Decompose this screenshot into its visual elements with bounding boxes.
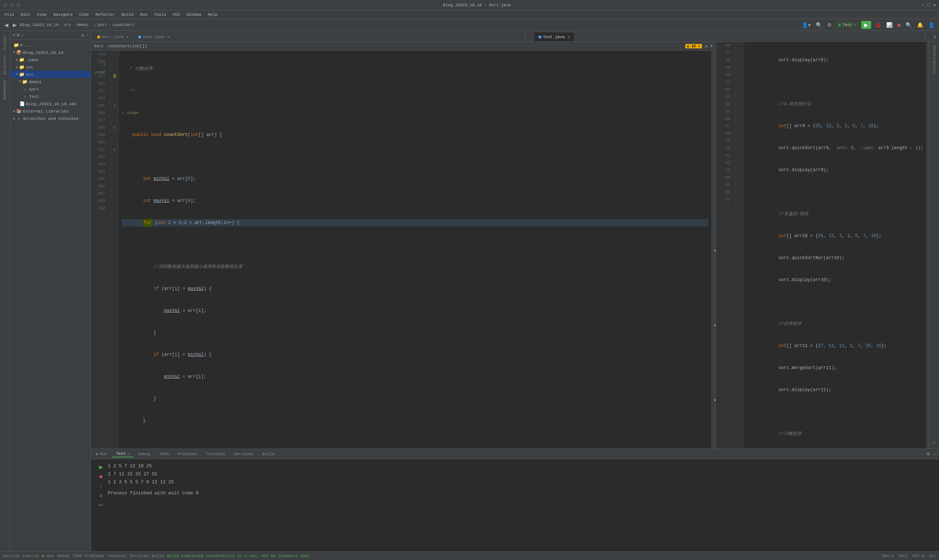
breadcrumb-project[interactable]: Blog_J2023_10_16 (20, 23, 59, 27)
nav-back-btn[interactable]: ◀ (3, 21, 10, 29)
terminal-collapse-btn[interactable]: — (933, 451, 937, 457)
menu-view[interactable]: View (34, 12, 49, 18)
structure-tab-btn[interactable]: Structure (2, 53, 8, 77)
notifications-tab[interactable]: Notifications (931, 43, 937, 76)
bottom-tab-todo[interactable]: TODO (156, 451, 173, 457)
menu-code[interactable]: Code (76, 12, 92, 18)
tree-item-iml[interactable]: 📄 Blog_J2023_10_16.iml (10, 100, 91, 108)
right-tabs-more[interactable]: ⋮ (920, 33, 931, 42)
right-code-scroll[interactable]: 4647484950 5152535455 5657585960 6162636… (716, 42, 929, 449)
tab-close-sort[interactable]: ✕ (126, 34, 129, 39)
breadcrumb-demo1[interactable]: demo1 (77, 23, 89, 27)
bottom-tab-terminal[interactable]: Terminal (202, 451, 229, 457)
warning-badge[interactable]: ▲ 15 ▾ (685, 44, 702, 48)
tree-item-scratches[interactable]: ▶ ✏ Scratches and Consoles (10, 115, 91, 122)
menu-help[interactable]: Help (205, 12, 220, 18)
sidebar-gear[interactable]: ⚙ (81, 32, 84, 38)
tab-sort-java[interactable]: Sort.java ✕ (93, 32, 134, 42)
menu-vcs[interactable]: VCS (170, 12, 183, 18)
menu-build[interactable]: Build (119, 12, 136, 18)
tree-item-idea[interactable]: ▶ 📁 .idea (10, 56, 91, 63)
status-crlf[interactable]: CRLF (898, 554, 908, 558)
project-tab-btn[interactable]: Project (2, 32, 8, 52)
menu-refactor[interactable]: Refactor (93, 12, 118, 18)
sidebar-icon-1[interactable]: ≡ (12, 32, 15, 38)
code-lines-right[interactable]: sort.display(arr8); //3.前后指针法 int [ (744, 42, 926, 449)
window-controls[interactable]: — □ ✕ (922, 2, 936, 8)
bottom-tab-debug[interactable]: Debug (135, 451, 154, 457)
status-services-label[interactable]: Services (130, 554, 149, 558)
nav-search2-btn[interactable]: 🔍 (904, 21, 913, 29)
left-pane-expand[interactable]: ▲ (705, 44, 708, 48)
sidebar-icon-2[interactable]: ⊞ (17, 32, 20, 38)
menu-window[interactable]: Window (184, 12, 204, 18)
menu-file[interactable]: File (2, 12, 17, 18)
maximize-btn[interactable]: □ (927, 2, 930, 8)
minimize-btn[interactable]: — (922, 2, 925, 8)
bc-sort[interactable]: Sort (94, 44, 103, 48)
terminal-scroll-end-btn[interactable]: ↓ (97, 482, 105, 490)
expand-arrow-scratches: ▶ (13, 117, 15, 121)
sidebar-icon-3[interactable]: ↕ (21, 32, 24, 38)
debug-btn[interactable]: 🐞 (873, 21, 882, 29)
status-terminal-label[interactable]: Terminal (107, 554, 126, 558)
bottom-tab-services[interactable]: Services (230, 451, 257, 457)
left-code-scroll[interactable]: 349 350 1 usage 351 352 353 354 355 356 … (91, 51, 715, 449)
bottom-tab-test[interactable]: Test ✕ (112, 451, 133, 457)
breadcrumb-src[interactable]: src (64, 23, 71, 27)
nav-forward-btn[interactable]: ▶ (11, 21, 19, 29)
tabs-more-btn[interactable]: ⋮ (520, 33, 530, 42)
nav-search-btn[interactable]: 🔍 (814, 21, 823, 29)
bottom-tab-build[interactable]: Build (259, 451, 278, 457)
tree-item-test[interactable]: ☕ Test (10, 93, 91, 100)
tree-item-blog-project[interactable]: ▼ 📦 Blog_J2023_10_16 (10, 49, 91, 56)
tree-item-project[interactable]: 📁 P... (10, 42, 91, 49)
bc-countsort[interactable]: countSort(int[]) (108, 44, 147, 48)
status-charset[interactable]: UTF-8 (912, 554, 924, 558)
profile-btn[interactable]: 👤▾ (800, 21, 812, 29)
bookmarks-tab-btn[interactable]: Bookmarks (2, 78, 8, 102)
status-debug-label[interactable]: Debug (57, 554, 69, 558)
status-position[interactable]: 384:6 (882, 554, 894, 558)
left-pane-collapse[interactable]: ▼ (710, 44, 713, 48)
code-lines-left[interactable]: * 计数排序 */ 1 usage public (119, 51, 711, 449)
breadcrumb-sort[interactable]: ☕ Sort (94, 22, 107, 27)
run-btn[interactable]: ▶ (861, 21, 871, 29)
status-build-label[interactable]: Build (152, 554, 164, 558)
menu-run[interactable]: Run (137, 12, 150, 18)
sidebar-collapse[interactable]: — (85, 32, 88, 38)
breadcrumb-method[interactable]: countSort (113, 23, 134, 27)
status-vcs[interactable]: Version Control (3, 554, 39, 558)
menu-tools[interactable]: Tools (151, 12, 169, 18)
build-coverage-btn[interactable]: 📊 (885, 21, 894, 29)
nav-settings-btn[interactable]: ⚙ (826, 21, 833, 29)
tree-item-out[interactable]: ▶ 📁 out (10, 63, 91, 71)
status-problems-label[interactable]: Problems (85, 554, 105, 558)
menu-navigate[interactable]: Navigate (50, 12, 76, 18)
tree-item-src[interactable]: ▼ 📁 src (10, 71, 91, 78)
nav-notification-btn[interactable]: 🔔 (916, 21, 925, 29)
bottom-tab-run[interactable]: ▶ Run (93, 451, 111, 457)
tab-close-test-right[interactable]: ✕ (567, 34, 570, 39)
tree-item-sort[interactable]: ☕ Sort (10, 85, 91, 93)
bottom-tab-problems[interactable]: Problems (174, 451, 200, 457)
tab-test-java-right[interactable]: Test.java ✕ (534, 32, 575, 42)
close-btn[interactable]: ✕ (933, 2, 936, 8)
run-config-selector[interactable]: ▶ Test ▾ (836, 22, 859, 28)
right-tabs-settings[interactable]: ⚙ (931, 33, 939, 42)
terminal-stop-btn[interactable]: ■ (97, 472, 105, 480)
menu-edit[interactable]: Edit (18, 12, 33, 18)
status-run-label[interactable]: ▶ Run (42, 554, 54, 558)
tree-item-demo1[interactable]: ▼ 📁 demo1 (10, 78, 91, 85)
terminal-wrap-btn[interactable]: ↩ (97, 501, 105, 509)
terminal-settings-btn[interactable]: ⚙ (926, 451, 931, 457)
tab-test-java[interactable]: Test.java ✕ (134, 32, 174, 42)
nav-user-btn[interactable]: 👤 (927, 21, 936, 29)
terminal-filter-btn[interactable]: ≡ (97, 491, 105, 500)
tab-close-test[interactable]: ✕ (167, 34, 170, 39)
bottom-tab-test-close[interactable]: ✕ (127, 452, 130, 456)
tree-item-external-libs[interactable]: ▶ 📚 External Libraries (10, 108, 91, 115)
stop-btn[interactable]: ■ (896, 21, 902, 29)
terminal-run-btn[interactable]: ▶ (97, 463, 105, 471)
status-todo-label[interactable]: TODO (72, 554, 82, 558)
